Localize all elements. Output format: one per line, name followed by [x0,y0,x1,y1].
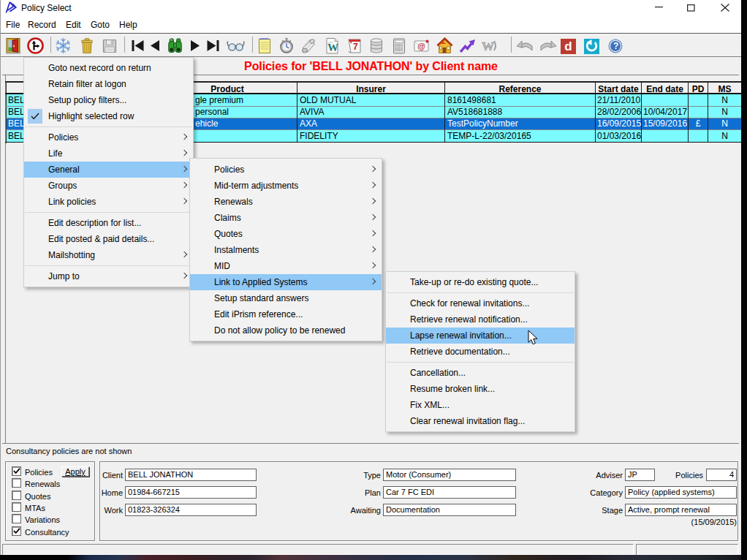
svg-text:7: 7 [353,42,358,52]
svg-text:?: ? [613,41,618,51]
svg-text:W: W [482,39,494,53]
svg-text:W: W [327,42,338,53]
svg-text:@: @ [417,42,425,50]
